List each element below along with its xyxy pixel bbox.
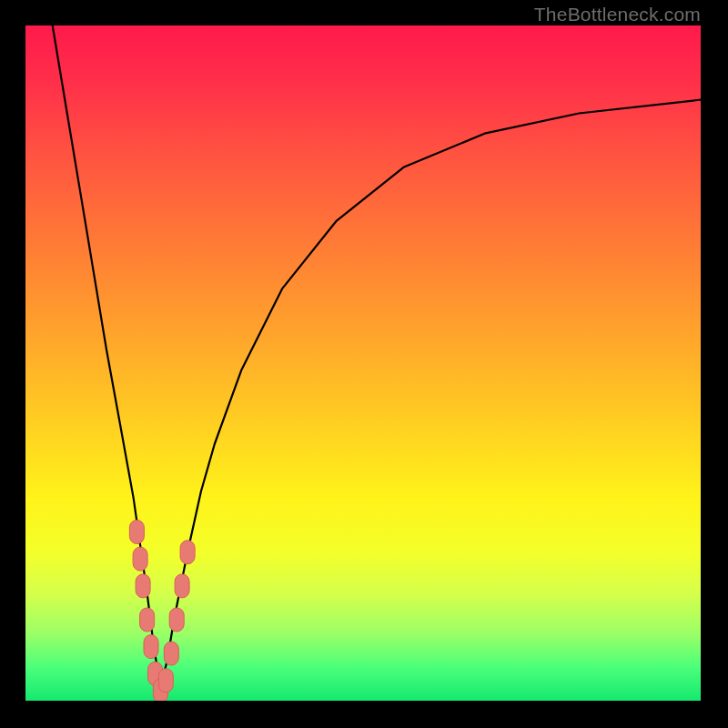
curve-marker — [169, 608, 184, 632]
chart-frame: TheBottleneck.com — [0, 0, 728, 728]
curve-marker — [129, 521, 144, 544]
curve-markers — [129, 521, 195, 702]
curve-marker — [180, 541, 195, 564]
curve-marker — [144, 635, 158, 659]
curve-marker — [158, 669, 173, 693]
curve-marker — [140, 608, 155, 632]
watermark-text: TheBottleneck.com — [534, 4, 701, 25]
plot-area — [25, 25, 701, 701]
curve-marker — [133, 547, 147, 571]
curve-marker — [164, 642, 178, 665]
curve-marker — [175, 574, 189, 598]
chart-svg — [25, 25, 701, 701]
curve-marker — [136, 574, 150, 598]
